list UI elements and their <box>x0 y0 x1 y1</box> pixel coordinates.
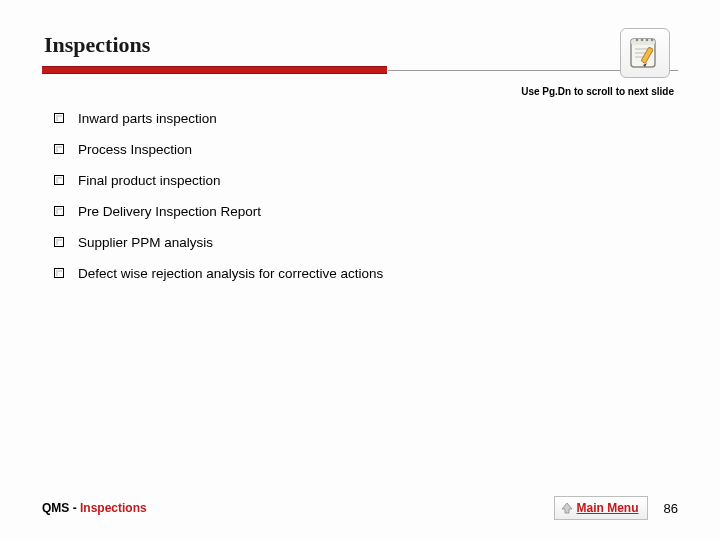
checkbox-icon <box>54 175 64 185</box>
checkbox-icon <box>54 268 64 278</box>
checkbox-icon <box>54 237 64 247</box>
page-number: 86 <box>664 501 678 516</box>
list-item-label: Defect wise rejection analysis for corre… <box>78 266 383 281</box>
list-item-label: Final product inspection <box>78 173 221 188</box>
notepad-icon <box>620 28 670 78</box>
list-item: Supplier PPM analysis <box>54 235 678 250</box>
bullet-list: Inward parts inspection Process Inspecti… <box>54 111 678 281</box>
footer-dash: - <box>69 501 80 515</box>
list-item: Inward parts inspection <box>54 111 678 126</box>
page-title: Inspections <box>42 32 150 60</box>
title-rule <box>42 66 678 74</box>
checkbox-icon <box>54 113 64 123</box>
list-item-label: Process Inspection <box>78 142 192 157</box>
list-item: Process Inspection <box>54 142 678 157</box>
list-item-label: Inward parts inspection <box>78 111 217 126</box>
checkbox-icon <box>54 206 64 216</box>
svg-marker-11 <box>562 503 572 513</box>
scroll-hint: Use Pg.Dn to scroll to next slide <box>42 86 674 97</box>
checkbox-icon <box>54 144 64 154</box>
svg-point-5 <box>651 39 654 42</box>
footer-section: Inspections <box>80 501 147 515</box>
list-item-label: Pre Delivery Inspection Report <box>78 204 261 219</box>
footer-prefix: QMS <box>42 501 69 515</box>
list-item-label: Supplier PPM analysis <box>78 235 213 250</box>
svg-point-2 <box>636 39 639 42</box>
list-item: Defect wise rejection analysis for corre… <box>54 266 678 281</box>
footer-breadcrumb: QMS - Inspections <box>42 501 147 515</box>
arrow-up-icon <box>561 502 573 514</box>
list-item: Pre Delivery Inspection Report <box>54 204 678 219</box>
svg-point-3 <box>641 39 644 42</box>
svg-point-4 <box>646 39 649 42</box>
main-menu-label: Main Menu <box>577 501 639 515</box>
footer: QMS - Inspections Main Menu 86 <box>42 496 678 520</box>
slide: Inspections Use Pg.Dn to scroll to next … <box>0 0 720 540</box>
main-menu-button[interactable]: Main Menu <box>554 496 648 520</box>
list-item: Final product inspection <box>54 173 678 188</box>
